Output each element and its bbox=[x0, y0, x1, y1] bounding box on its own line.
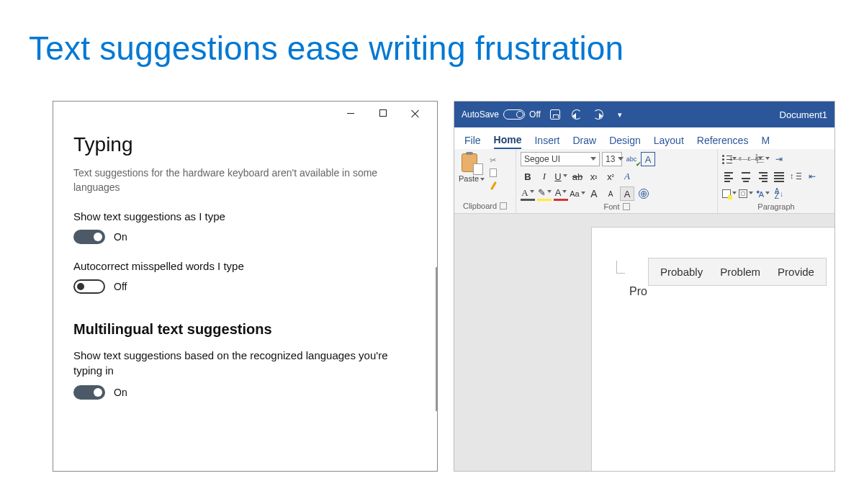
chevron-down-icon bbox=[618, 157, 624, 163]
autosave-label: AutoSave bbox=[462, 109, 499, 120]
autosave-toggle-icon bbox=[503, 109, 525, 120]
strikethrough-button[interactable]: ab bbox=[570, 169, 585, 184]
format-painter-button[interactable] bbox=[487, 181, 499, 191]
sort-button[interactable] bbox=[772, 186, 786, 201]
toggle-state: Off bbox=[114, 281, 127, 292]
justify-button[interactable] bbox=[772, 169, 786, 184]
setting-label: Show text suggestions as I type bbox=[73, 210, 417, 222]
ribbon: Paste Clipboard Segoe UI bbox=[454, 149, 834, 214]
multilingual-toggle[interactable] bbox=[73, 385, 105, 400]
word-window: AutoSave Off ▾ Document1 File Home Inser… bbox=[454, 101, 835, 472]
increase-indent-button[interactable] bbox=[772, 152, 786, 166]
clipboard-launcher-button[interactable] bbox=[500, 202, 507, 210]
copy-icon bbox=[490, 168, 497, 177]
tab-file[interactable]: File bbox=[464, 135, 481, 149]
borders-icon bbox=[739, 189, 747, 198]
font-size-value: 13 bbox=[606, 154, 615, 164]
underline-button[interactable]: U bbox=[554, 169, 568, 184]
text-effects-button[interactable]: A bbox=[521, 186, 535, 201]
align-right-icon bbox=[757, 172, 768, 181]
text-suggestions-toggle[interactable] bbox=[73, 230, 105, 244]
circle-icon bbox=[639, 189, 649, 199]
line-spacing-button[interactable] bbox=[788, 169, 803, 184]
character-shading-button[interactable]: A bbox=[620, 186, 634, 201]
maximize-icon bbox=[379, 109, 387, 117]
suggestion-item[interactable]: Problem bbox=[711, 263, 769, 281]
align-center-button[interactable] bbox=[739, 169, 753, 184]
paste-label[interactable]: Paste bbox=[459, 174, 485, 183]
cut-button[interactable] bbox=[487, 154, 500, 166]
font-name-dropdown[interactable]: Segoe UI bbox=[521, 152, 600, 166]
font-group: Segoe UI 13 abc A B I U ab x x bbox=[516, 149, 718, 213]
copy-button[interactable] bbox=[487, 168, 499, 178]
italic-button[interactable]: I bbox=[537, 169, 552, 184]
paste-button[interactable] bbox=[462, 152, 482, 174]
align-center-icon bbox=[741, 172, 751, 181]
tab-insert[interactable]: Insert bbox=[534, 135, 559, 149]
borders-button[interactable] bbox=[739, 186, 753, 201]
qat-customize-button[interactable]: ▾ bbox=[613, 107, 627, 122]
shading-button[interactable] bbox=[722, 186, 737, 201]
superscript-button[interactable]: x bbox=[603, 169, 618, 184]
font-launcher-button[interactable] bbox=[623, 203, 630, 210]
group-label-paragraph: Paragraph bbox=[757, 202, 794, 211]
tab-more[interactable]: M bbox=[761, 135, 770, 149]
clear-formatting-button[interactable]: A bbox=[620, 169, 634, 184]
maximize-button[interactable] bbox=[366, 102, 399, 124]
tab-home[interactable]: Home bbox=[494, 134, 522, 149]
subscript-button[interactable]: x bbox=[587, 169, 601, 184]
font-color-button[interactable]: A bbox=[554, 186, 568, 201]
setting-label: Show text suggestions based on the recog… bbox=[73, 348, 390, 378]
toggle-state: On bbox=[114, 387, 127, 398]
redo-button[interactable] bbox=[591, 107, 606, 122]
undo-button[interactable] bbox=[570, 107, 584, 122]
document-canvas[interactable]: Probably Problem Provide Pro bbox=[454, 214, 834, 471]
settings-heading: Typing bbox=[73, 133, 417, 156]
bold-button[interactable]: B bbox=[521, 169, 535, 184]
toggle-state: On bbox=[114, 231, 127, 243]
scrollbar[interactable] bbox=[436, 267, 437, 411]
grow-font-button[interactable]: A bbox=[587, 186, 601, 201]
brush-icon bbox=[492, 181, 495, 190]
save-button[interactable] bbox=[548, 107, 562, 122]
tab-references[interactable]: References bbox=[697, 135, 749, 149]
tab-design[interactable]: Design bbox=[609, 135, 641, 149]
autosave-state: Off bbox=[529, 109, 541, 120]
close-button[interactable] bbox=[399, 102, 431, 124]
window-titlebar bbox=[53, 102, 437, 125]
enclose-characters-button[interactable] bbox=[636, 186, 651, 201]
suggestion-item[interactable]: Provide bbox=[769, 263, 823, 281]
shrink-font-button[interactable]: A bbox=[603, 186, 618, 201]
tab-layout[interactable]: Layout bbox=[654, 135, 684, 149]
setting-label: Autocorrect misspelled words I type bbox=[73, 260, 417, 272]
text-effects-para-button[interactable] bbox=[755, 186, 770, 201]
numbering-button[interactable] bbox=[739, 152, 753, 166]
highlight-button[interactable]: ✎ bbox=[537, 186, 552, 201]
font-name-value: Segoe UI bbox=[524, 154, 560, 164]
group-label-font: Font bbox=[603, 202, 619, 211]
page[interactable]: Probably Problem Provide Pro bbox=[591, 227, 834, 471]
spellcheck-button[interactable]: abc bbox=[624, 152, 639, 166]
character-border-button[interactable]: A bbox=[641, 152, 655, 166]
suggestion-item[interactable]: Probably bbox=[652, 263, 711, 281]
change-case-button[interactable]: Aa bbox=[570, 186, 585, 201]
close-icon bbox=[411, 109, 420, 117]
tab-draw[interactable]: Draw bbox=[572, 135, 596, 149]
autosave-control[interactable]: AutoSave Off bbox=[462, 109, 541, 120]
autocorrect-toggle[interactable] bbox=[73, 279, 105, 294]
minimize-icon bbox=[347, 113, 354, 114]
redo-icon bbox=[593, 109, 603, 120]
settings-subheading: Multilingual text suggestions bbox=[73, 321, 417, 338]
align-left-button[interactable] bbox=[722, 169, 737, 184]
font-size-dropdown[interactable]: 13 bbox=[602, 152, 622, 166]
decrease-indent-button[interactable] bbox=[805, 169, 819, 184]
ribbon-tabs: File Home Insert Draw Design Layout Refe… bbox=[454, 127, 834, 149]
save-icon bbox=[550, 109, 560, 120]
typed-text[interactable]: Pro bbox=[629, 285, 647, 298]
multilevel-list-button[interactable] bbox=[755, 152, 770, 166]
align-right-button[interactable] bbox=[755, 169, 770, 184]
minimize-button[interactable] bbox=[334, 102, 366, 124]
group-label-clipboard: Clipboard bbox=[463, 202, 497, 210]
settings-description: Text suggestions for the hardware keyboa… bbox=[73, 166, 390, 194]
page-title: Text suggestions ease writing frustratio… bbox=[29, 29, 624, 68]
